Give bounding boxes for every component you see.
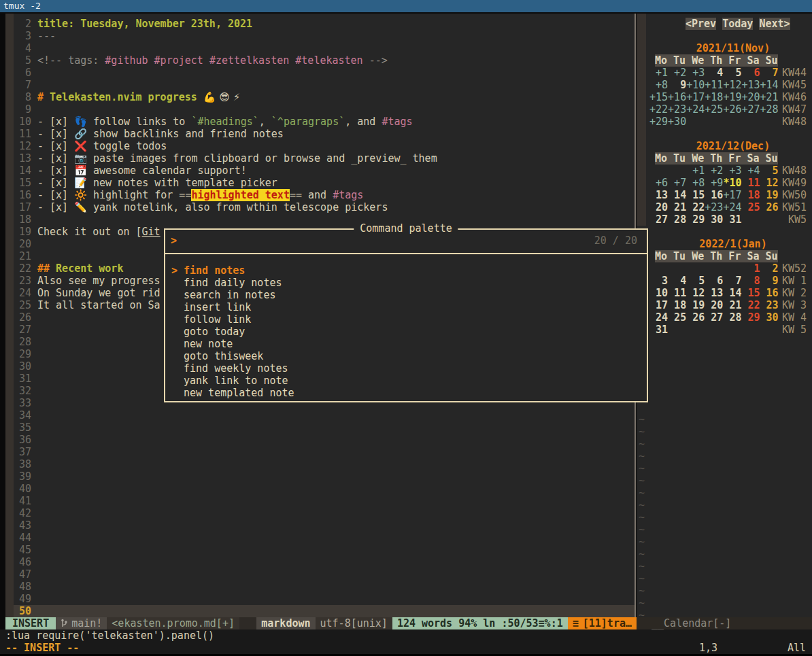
calendar-day[interactable]: +14 <box>760 79 779 91</box>
calendar-day[interactable]: +29 <box>649 116 668 128</box>
calendar-day[interactable]: +17 <box>723 189 741 201</box>
calendar-day[interactable]: +21 <box>760 91 779 103</box>
calendar-day[interactable]: 10 <box>649 287 668 299</box>
calendar-day[interactable]: 6 <box>705 275 723 287</box>
calendar-day[interactable]: +1 <box>649 67 668 79</box>
calendar-day[interactable]: 11 <box>668 287 686 299</box>
palette-item-new-note[interactable]: new note <box>165 338 647 350</box>
calendar-day[interactable]: 5 <box>760 165 779 177</box>
calendar-day[interactable]: 28 <box>723 311 741 324</box>
calendar-nav-today-button[interactable]: Today <box>722 18 753 30</box>
calendar-day[interactable]: 15 <box>741 287 760 299</box>
calendar-day[interactable]: 15 <box>686 189 705 201</box>
editor-line-46[interactable]: 46 <box>14 556 635 568</box>
calendar-day[interactable]: 16 <box>705 189 723 201</box>
calendar-day[interactable]: +3 <box>686 67 705 79</box>
calendar-day[interactable]: +17 <box>686 91 705 103</box>
calendar-day[interactable]: 5 <box>686 275 705 287</box>
palette-item-search-in-notes[interactable]: search in notes <box>165 289 647 301</box>
calendar-day[interactable]: +18 <box>705 91 723 103</box>
editor-line-17[interactable]: 17- [x] ✏️ yank notelink, also from wthi… <box>14 201 635 213</box>
editor-line-18[interactable]: 18 <box>14 213 635 226</box>
calendar-day[interactable]: +23 <box>668 103 686 116</box>
calendar-day[interactable]: +11 <box>705 79 723 91</box>
ex-command-text[interactable]: :lua require('telekasten').panel() <box>0 629 812 642</box>
calendar-day[interactable]: +20 <box>741 91 760 103</box>
editor-line-36[interactable]: 36 <box>14 434 635 446</box>
calendar-day[interactable]: 13 <box>649 189 668 201</box>
calendar-day[interactable]: 19 <box>686 299 705 311</box>
calendar-day[interactable]: 8 <box>741 275 760 287</box>
editor-line-3[interactable]: 3--- <box>14 30 635 42</box>
calendar-day[interactable]: +9 <box>705 177 723 189</box>
calendar-day[interactable]: +23 <box>705 201 723 213</box>
calendar-day[interactable]: 3 <box>649 275 668 287</box>
calendar-day[interactable]: 22 <box>686 201 705 213</box>
calendar-day[interactable]: +4 <box>741 165 760 177</box>
palette-item-goto-today[interactable]: goto today <box>165 326 647 338</box>
palette-item-follow-link[interactable]: follow link <box>165 313 647 326</box>
editor-line-8[interactable]: 8# Telekasten.nvim progress 💪 😎 ⚡ <box>14 91 635 103</box>
editor-line-44[interactable]: 44 <box>14 532 635 544</box>
editor-line-50[interactable]: 50 <box>14 605 635 617</box>
editor-line-14[interactable]: 14- [x] 📅 awesome calendar support! <box>14 165 635 177</box>
editor-line-10[interactable]: 10- [x] 👣 follow links to `#headings`, `… <box>14 116 635 128</box>
calendar-day[interactable]: 31 <box>723 213 741 226</box>
calendar-day[interactable]: 18 <box>668 299 686 311</box>
calendar-nav-next-button[interactable]: Next> <box>759 18 790 30</box>
calendar-day[interactable]: +28 <box>760 103 779 116</box>
editor-line-4[interactable]: 4 <box>14 42 635 54</box>
calendar-day[interactable]: +16 <box>668 91 686 103</box>
palette-item-yank-link-to-note[interactable]: yank link to note <box>165 375 647 387</box>
calendar-day[interactable]: 12 <box>760 177 779 189</box>
editor-line-38[interactable]: 38 <box>14 458 635 470</box>
palette-item-find-notes[interactable]: >find notes <box>165 264 647 277</box>
editor-line-45[interactable]: 45 <box>14 544 635 556</box>
calendar-day[interactable]: 29 <box>686 213 705 226</box>
calendar-day[interactable]: +25 <box>705 103 723 116</box>
calendar-day[interactable]: +24 <box>686 103 705 116</box>
calendar-day[interactable]: 9 <box>668 79 686 91</box>
calendar-day[interactable]: 21 <box>668 201 686 213</box>
calendar-day[interactable]: +1 <box>686 165 705 177</box>
calendar-day[interactable]: +2 <box>668 67 686 79</box>
editor-line-13[interactable]: 13- [x] 📷 paste images from clipboard or… <box>14 152 635 165</box>
calendar-day[interactable]: +2 <box>705 165 723 177</box>
calendar-day[interactable]: *10 <box>723 177 741 189</box>
calendar-day[interactable]: 4 <box>705 67 723 79</box>
editor-line-34[interactable]: 34 <box>14 409 635 421</box>
calendar-day[interactable]: 4 <box>668 275 686 287</box>
calendar-day[interactable]: +15 <box>649 91 668 103</box>
calendar-day[interactable]: 30 <box>705 213 723 226</box>
calendar-day[interactable]: +24 <box>723 201 741 213</box>
calendar-day[interactable]: 27 <box>705 311 723 324</box>
calendar-day[interactable]: +27 <box>741 103 760 116</box>
editor-line-41[interactable]: 41 <box>14 495 635 507</box>
calendar-day[interactable]: 29 <box>741 311 760 324</box>
calendar-day[interactable]: +3 <box>723 165 741 177</box>
editor-line-42[interactable]: 42 <box>14 507 635 519</box>
editor-line-40[interactable]: 40 <box>14 483 635 495</box>
calendar-day[interactable]: +22 <box>649 103 668 116</box>
editor-line-48[interactable]: 48 <box>14 581 635 593</box>
calendar-day[interactable]: 7 <box>760 67 779 79</box>
calendar-day[interactable]: 2 <box>760 262 779 275</box>
editor-line-2[interactable]: 2title: Tuesday, November 23th, 2021 <box>14 18 635 30</box>
editor-line-47[interactable]: 47 <box>14 568 635 581</box>
calendar-day[interactable]: 26 <box>686 311 705 324</box>
calendar-day[interactable]: 21 <box>723 299 741 311</box>
calendar-day[interactable]: 24 <box>649 311 668 324</box>
calendar-day[interactable]: 20 <box>649 201 668 213</box>
calendar-day[interactable]: 20 <box>705 299 723 311</box>
calendar-day[interactable]: 25 <box>741 201 760 213</box>
calendar-day[interactable]: +12 <box>723 79 741 91</box>
calendar-day[interactable]: +8 <box>649 79 668 91</box>
calendar-day[interactable]: 13 <box>705 287 723 299</box>
calendar-day[interactable]: 6 <box>741 67 760 79</box>
calendar-day[interactable]: 14 <box>668 189 686 201</box>
calendar-day[interactable]: +13 <box>741 79 760 91</box>
calendar-day[interactable]: 7 <box>723 275 741 287</box>
palette-item-find-daily-notes[interactable]: find daily notes <box>165 277 647 289</box>
calendar-day[interactable]: +8 <box>686 177 705 189</box>
editor-line-12[interactable]: 12- [x] ❌ toggle todos <box>14 140 635 152</box>
